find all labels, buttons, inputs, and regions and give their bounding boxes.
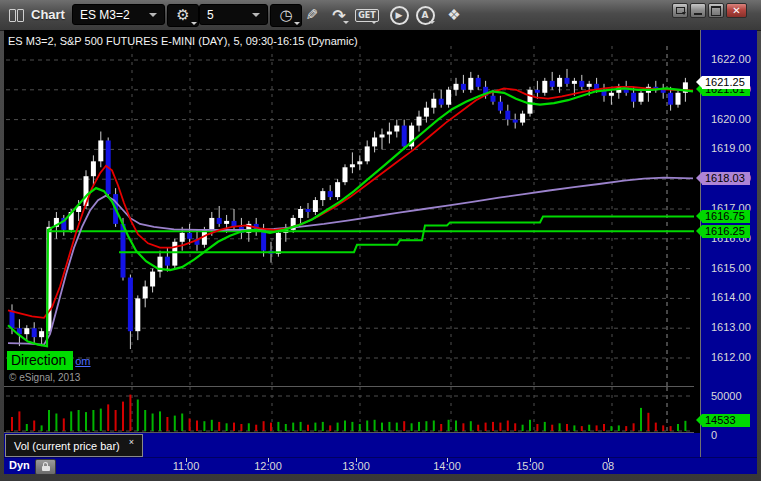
time-template-button[interactable]: ◷ (270, 4, 302, 27)
price-badge: 1616.25 (702, 225, 750, 238)
symbol-dropdown[interactable]: ES M3=2 (72, 4, 165, 25)
volume-bar (425, 421, 427, 431)
volume-bar (248, 423, 250, 431)
candle (572, 81, 577, 84)
candle (276, 233, 281, 254)
minimize-button[interactable] (690, 3, 706, 18)
candle (32, 328, 37, 337)
time-axis[interactable]: Dyn 11:0012:0013:0014:0015:0008 (4, 457, 757, 474)
volume-pane[interactable] (4, 387, 694, 433)
chevron-down-icon (343, 21, 349, 24)
volume-study-tab[interactable]: Vol (current price bar) × (5, 434, 143, 457)
volume-bar (396, 423, 398, 431)
candle (505, 111, 510, 120)
price-chart-canvas[interactable] (4, 30, 694, 386)
price-tick-label: 1615.00 (711, 262, 751, 274)
badge-arrow-icon (696, 225, 702, 237)
red-ma-line (8, 87, 693, 318)
pin-window-button[interactable] (672, 3, 688, 18)
replay-button[interactable]: ▶ (388, 5, 410, 25)
candle (639, 93, 644, 102)
eraser-button[interactable]: ❖ (443, 5, 465, 25)
price-tick-label: 1619.00 (711, 142, 751, 154)
candle (261, 230, 266, 251)
candle (39, 331, 44, 337)
volume-bar (566, 424, 568, 431)
candle (91, 161, 96, 176)
gear-icon: ⚙ (176, 8, 189, 23)
price-badge: 1618.03 (702, 172, 750, 185)
candle (328, 191, 333, 197)
volume-bar (581, 426, 583, 431)
price-badge: 1621.25 (702, 76, 750, 89)
volume-bar (366, 421, 368, 432)
volume-bar (337, 423, 339, 431)
volume-bar (596, 425, 598, 431)
line-tools-button[interactable]: ↷ (328, 5, 350, 25)
volume-bar (529, 420, 531, 431)
price-axis[interactable]: 50000 0 1622.001621.001620.001619.001618… (700, 30, 757, 457)
volume-bar (462, 423, 464, 431)
candle (380, 135, 385, 138)
close-icon[interactable]: × (129, 437, 134, 447)
volume-chart-canvas[interactable] (4, 387, 694, 432)
price-tick-label: 1612.00 (711, 351, 751, 363)
candle (550, 81, 555, 87)
watermark-link[interactable]: om (75, 355, 90, 367)
volume-bar (18, 411, 20, 431)
volume-bar (314, 423, 316, 431)
close-icon: ✕ (732, 5, 740, 16)
candle (476, 78, 481, 87)
volume-bar (684, 421, 686, 431)
volume-bar (263, 421, 265, 431)
candle (446, 90, 451, 105)
get-icon: GET (355, 9, 379, 22)
draw-tool-button[interactable]: ✎ (301, 5, 323, 25)
volume-bar (603, 424, 605, 431)
badge-arrow-icon (696, 210, 702, 222)
close-button[interactable]: ✕ (726, 3, 747, 18)
lock-scale-button[interactable] (35, 459, 56, 475)
interval-dropdown[interactable]: 5 (199, 4, 268, 25)
candle (417, 117, 422, 126)
volume-bar (625, 426, 627, 431)
candle (350, 164, 355, 167)
volume-bar (403, 421, 405, 431)
volume-bar (633, 423, 635, 431)
volume-bar (285, 424, 287, 431)
auto-scale-button[interactable]: A (414, 5, 436, 25)
volume-bar (381, 423, 383, 431)
volume-bar (492, 422, 494, 431)
price-pane[interactable]: ES M3=2, S&P 500 FUTURES E-MINI (DAY), 5… (4, 30, 694, 387)
volume-bar (618, 425, 620, 431)
candle (209, 218, 214, 230)
candle (491, 96, 496, 102)
price-tick-label: 1613.00 (711, 321, 751, 333)
candle (365, 146, 370, 161)
volume-bar (388, 422, 390, 431)
volume-axis-max-label: 50000 (711, 390, 742, 402)
volume-bar (677, 424, 679, 431)
volume-bar (152, 414, 154, 432)
chevron-down-icon (149, 13, 157, 17)
volume-bar (559, 423, 561, 431)
badge-arrow-icon (696, 76, 702, 88)
price-tick-label: 1614.00 (711, 291, 751, 303)
eraser-icon: ❖ (447, 6, 460, 24)
time-tick-mark (186, 458, 187, 462)
candle (676, 93, 681, 105)
candle (557, 78, 562, 87)
volume-bar (300, 422, 302, 431)
volume-bar (662, 425, 664, 431)
volume-bar (344, 421, 346, 432)
volume-bar (359, 424, 361, 431)
candle (587, 84, 592, 87)
chart-settings-button[interactable]: ⚙ (167, 4, 199, 27)
candle (217, 218, 222, 224)
volume-bar (655, 423, 657, 431)
maximize-button[interactable] (708, 3, 724, 18)
candle (180, 233, 185, 242)
get-data-button[interactable]: GET (356, 5, 378, 25)
time-tick-mark (530, 458, 531, 462)
candle (609, 93, 614, 96)
